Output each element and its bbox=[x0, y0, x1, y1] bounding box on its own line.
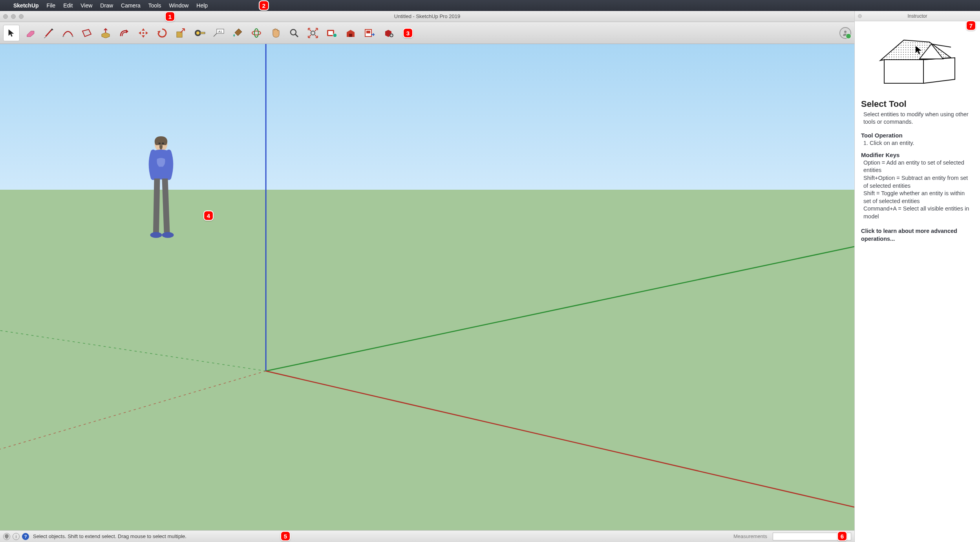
svg-line-21 bbox=[0, 331, 266, 371]
tool-add-location[interactable] bbox=[324, 25, 340, 41]
svg-point-13 bbox=[333, 33, 337, 37]
tool-arc[interactable] bbox=[60, 25, 76, 41]
callout-4: 4 bbox=[203, 211, 214, 221]
3d-viewport[interactable]: 4 bbox=[0, 44, 854, 530]
callout-1: 1 bbox=[165, 11, 175, 22]
instructor-panel: Instructor 7 bbox=[854, 11, 980, 542]
instructor-operation-body: 1. Click on an entity. bbox=[861, 139, 974, 147]
svg-point-17 bbox=[389, 33, 393, 37]
menu-help[interactable]: Help bbox=[196, 2, 208, 9]
menu-tools[interactable]: Tools bbox=[148, 2, 161, 9]
svg-point-7 bbox=[252, 31, 261, 35]
svg-rect-1 bbox=[177, 32, 182, 37]
tool-tape-measure[interactable] bbox=[192, 25, 208, 41]
user-account-icon[interactable] bbox=[839, 27, 851, 39]
toolbar: A1 bbox=[0, 22, 854, 44]
callout-3: 3 bbox=[403, 28, 413, 38]
status-message: Select objects. Shift to extend select. … bbox=[33, 533, 186, 539]
credits-info-icon[interactable]: i bbox=[13, 533, 20, 540]
tool-offset[interactable] bbox=[116, 25, 133, 41]
svg-rect-27 bbox=[162, 143, 164, 144]
tool-eraser[interactable] bbox=[22, 25, 38, 41]
tool-orbit[interactable] bbox=[248, 25, 265, 41]
instructor-illustration bbox=[861, 26, 974, 98]
callout-2: 2 bbox=[259, 0, 269, 11]
tool-send-to-layout[interactable] bbox=[361, 25, 378, 41]
svg-rect-5 bbox=[217, 29, 224, 33]
tool-pan[interactable] bbox=[267, 25, 283, 41]
instructor-titlebar[interactable]: Instructor 7 bbox=[855, 11, 980, 21]
svg-point-2 bbox=[195, 30, 201, 36]
instructor-learn-more-link[interactable]: Click to learn about more advanced opera… bbox=[861, 227, 974, 243]
menu-edit[interactable]: Edit bbox=[63, 2, 73, 9]
svg-rect-0 bbox=[143, 32, 144, 34]
svg-text:A1: A1 bbox=[218, 30, 222, 33]
scale-figure-person bbox=[141, 134, 181, 242]
mac-menubar: SketchUp File Edit View Draw Camera Tool… bbox=[0, 0, 980, 11]
svg-point-10 bbox=[311, 31, 315, 35]
svg-point-28 bbox=[150, 232, 162, 238]
tool-rotate[interactable] bbox=[154, 25, 170, 41]
window-zoom-icon[interactable] bbox=[19, 14, 24, 19]
help-icon[interactable]: ? bbox=[22, 533, 29, 540]
instructor-tool-subtitle: Select entities to modify when using oth… bbox=[861, 111, 974, 126]
window-minimize-icon[interactable] bbox=[11, 14, 16, 19]
instructor-title-label: Instructor bbox=[907, 13, 927, 19]
svg-line-23 bbox=[0, 371, 266, 449]
menu-camera[interactable]: Camera bbox=[121, 2, 141, 9]
svg-line-22 bbox=[266, 371, 854, 507]
svg-marker-32 bbox=[923, 58, 955, 83]
svg-rect-15 bbox=[365, 29, 371, 37]
svg-rect-4 bbox=[200, 32, 205, 34]
svg-rect-16 bbox=[366, 31, 370, 33]
geo-location-icon[interactable] bbox=[3, 533, 10, 540]
tool-push-pull[interactable] bbox=[97, 25, 114, 41]
measurements-label: Measurements bbox=[733, 533, 767, 539]
svg-point-3 bbox=[196, 31, 199, 35]
instructor-modifiers-body: Option = Add an entity to set of selecte… bbox=[861, 159, 974, 221]
tool-move[interactable] bbox=[135, 25, 152, 41]
window-title: Untitled - SketchUp Pro 2019 bbox=[0, 13, 854, 19]
tool-line[interactable] bbox=[41, 25, 57, 41]
status-bar: i ? Select objects. Shift to extend sele… bbox=[0, 530, 854, 542]
instructor-modifiers-heading: Modifier Keys bbox=[861, 151, 974, 159]
tool-zoom[interactable] bbox=[286, 25, 302, 41]
svg-marker-31 bbox=[884, 60, 923, 83]
tool-extension-warehouse[interactable] bbox=[380, 25, 397, 41]
svg-line-20 bbox=[266, 247, 854, 371]
callout-6: 6 bbox=[837, 531, 847, 541]
svg-point-9 bbox=[291, 29, 296, 35]
menu-draw[interactable]: Draw bbox=[100, 2, 113, 9]
svg-rect-14 bbox=[349, 34, 352, 37]
tool-paint-bucket[interactable] bbox=[229, 25, 246, 41]
window-close-icon[interactable] bbox=[3, 14, 8, 19]
svg-rect-11 bbox=[327, 30, 334, 36]
tool-zoom-extents[interactable] bbox=[305, 25, 321, 41]
svg-point-29 bbox=[162, 232, 174, 238]
svg-point-18 bbox=[844, 31, 847, 33]
instructor-tool-title: Select Tool bbox=[861, 98, 974, 110]
menu-file[interactable]: File bbox=[47, 2, 56, 9]
tool-text[interactable]: A1 bbox=[210, 25, 227, 41]
window-traffic-lights[interactable] bbox=[3, 14, 24, 19]
panel-close-icon[interactable] bbox=[858, 14, 862, 18]
svg-point-8 bbox=[254, 29, 258, 37]
window-titlebar: Untitled - SketchUp Pro 2019 1 bbox=[0, 11, 854, 22]
callout-5: 5 bbox=[280, 531, 291, 541]
svg-rect-26 bbox=[159, 143, 161, 144]
tool-scale[interactable] bbox=[173, 25, 189, 41]
tool-rectangle[interactable] bbox=[79, 25, 95, 41]
tool-select[interactable] bbox=[3, 25, 20, 41]
menu-window[interactable]: Window bbox=[169, 2, 189, 9]
instructor-operation-heading: Tool Operation bbox=[861, 132, 974, 139]
callout-7: 7 bbox=[966, 20, 976, 31]
tool-3d-warehouse[interactable] bbox=[342, 25, 359, 41]
app-window: Untitled - SketchUp Pro 2019 1 bbox=[0, 11, 854, 542]
svg-rect-12 bbox=[328, 31, 333, 35]
menubar-app-name[interactable]: SketchUp bbox=[13, 2, 39, 9]
menu-view[interactable]: View bbox=[80, 2, 92, 9]
viewport-axes bbox=[0, 44, 854, 530]
